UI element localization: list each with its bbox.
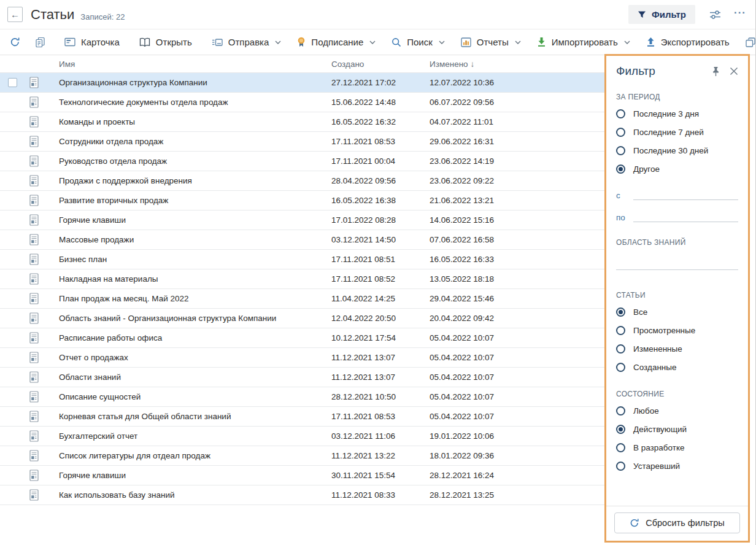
filter-radio-option[interactable]: Любое xyxy=(616,401,738,420)
search-button[interactable]: Поиск xyxy=(384,29,453,55)
sort-desc-icon: ↓ xyxy=(471,60,475,69)
row-modified: 21.06.2022 13:21 xyxy=(430,196,604,205)
export-button[interactable]: Экспортировать xyxy=(638,29,738,55)
period-radio-group: Последние 3 дняПоследние 7 днейПоследние… xyxy=(616,104,738,178)
row-modified: 29.06.2022 16:31 xyxy=(430,137,604,146)
row-name: Накладная на материалы xyxy=(44,274,331,284)
radio-icon[interactable] xyxy=(616,164,625,174)
signing-ribbon-icon xyxy=(297,37,306,47)
radio-icon[interactable] xyxy=(616,326,625,335)
date-to-input[interactable] xyxy=(633,209,738,222)
filter-radio-option[interactable]: Действующий xyxy=(616,420,738,438)
filter-radio-option[interactable]: Все xyxy=(616,303,738,321)
row-created: 16.05.2022 16:32 xyxy=(331,117,430,126)
signing-button[interactable]: Подписание xyxy=(289,29,384,55)
page-title: Статьи xyxy=(31,7,74,23)
table-row[interactable]: Накладная на материалы 17.11.2021 08:52 … xyxy=(0,269,604,289)
view-settings-icon[interactable] xyxy=(709,9,722,21)
filter-radio-option[interactable]: Устаревший xyxy=(616,457,738,475)
filter-radio-option[interactable]: Созданные xyxy=(616,358,738,376)
chevron-down-icon xyxy=(275,41,281,44)
row-name: Горячие клавиши xyxy=(44,471,331,480)
table-row[interactable]: Описание сущностей 28.12.2021 10:50 05.0… xyxy=(0,387,604,407)
table-row[interactable]: Бухгалтерский отчет 03.12.2021 11:06 19.… xyxy=(0,427,604,446)
row-name: Отчет о продажах xyxy=(44,353,331,362)
import-button[interactable]: Импортировать xyxy=(529,29,638,55)
radio-icon[interactable] xyxy=(616,443,625,452)
table-row[interactable]: Корневая статья для Общей области знаний… xyxy=(0,407,604,427)
row-name: Бухгалтерский отчет xyxy=(44,431,331,441)
radio-icon[interactable] xyxy=(616,363,625,372)
card-button-label: Карточка xyxy=(81,37,120,47)
table-row[interactable]: Область знаний - Организационная структу… xyxy=(0,309,604,328)
table-row[interactable]: Технологические документы отдела продаж … xyxy=(0,93,604,112)
radio-icon[interactable] xyxy=(616,344,625,354)
table-row[interactable]: Массовые продажи 03.12.2021 14:50 07.06.… xyxy=(0,230,604,250)
filter-radio-option[interactable]: Просмотренные xyxy=(616,321,738,339)
reports-button[interactable]: Отчеты xyxy=(453,29,529,55)
radio-option-label: Последние 7 дней xyxy=(633,128,704,137)
close-icon[interactable] xyxy=(730,67,738,75)
table-row[interactable]: Продажи с поддержкой внедрения 28.04.202… xyxy=(0,171,604,191)
table-row[interactable]: Области знаний 11.12.2021 13:07 05.04.20… xyxy=(0,368,604,387)
table-row[interactable]: Руководство отдела продаж 17.11.2021 00:… xyxy=(0,152,604,171)
send-button[interactable]: Отправка xyxy=(204,29,290,55)
create-copy-button[interactable]: Создать копию xyxy=(738,29,756,55)
column-header-created[interactable]: Создано xyxy=(331,60,430,69)
document-icon xyxy=(29,470,39,481)
send-button-label: Отправка xyxy=(228,37,269,47)
column-header-modified[interactable]: Изменено↓ xyxy=(430,60,604,69)
radio-icon[interactable] xyxy=(616,109,625,118)
table-row[interactable]: Отчет о продажах 11.12.2021 13:07 05.04.… xyxy=(0,348,604,368)
radio-option-label: Просмотренные xyxy=(633,326,695,335)
radio-icon[interactable] xyxy=(616,307,625,317)
table-row[interactable]: Команды и проекты 16.05.2022 16:32 04.07… xyxy=(0,112,604,132)
radio-icon[interactable] xyxy=(616,462,625,471)
app-header: ← Статьи Записей: 22 Фильтр ··· xyxy=(0,0,756,29)
filter-button-label: Фильтр xyxy=(652,9,686,20)
pin-icon[interactable] xyxy=(711,66,720,77)
table-row[interactable]: Бизнес план 17.11.2021 08:51 16.05.2022 … xyxy=(0,250,604,269)
table-body: Организационная структура Компании 27.12… xyxy=(0,73,604,505)
document-icon xyxy=(29,96,39,108)
date-from-input[interactable] xyxy=(633,187,738,200)
filter-button[interactable]: Фильтр xyxy=(628,5,695,24)
copy-button[interactable] xyxy=(28,29,53,55)
column-header-name[interactable]: Имя xyxy=(44,60,331,69)
radio-icon[interactable] xyxy=(616,406,625,416)
radio-icon[interactable] xyxy=(616,425,625,434)
filter-radio-option[interactable]: Последние 30 дней xyxy=(616,141,738,160)
state-section-label: СОСТОЯНИЕ xyxy=(616,390,738,398)
reset-filters-button[interactable]: Сбросить фильтры xyxy=(614,512,740,533)
filter-radio-option[interactable]: Другое xyxy=(616,160,738,178)
table-row[interactable]: Список литературы для отдеал продаж 11.1… xyxy=(0,446,604,466)
radio-option-label: Другое xyxy=(633,164,660,174)
table-row[interactable]: Как использовать базу знаний 11.12.2021 … xyxy=(0,485,604,505)
more-menu-icon[interactable]: ··· xyxy=(734,7,746,21)
filter-radio-option[interactable]: Измененные xyxy=(616,339,738,358)
back-button[interactable]: ← xyxy=(7,7,23,22)
table-row[interactable]: Расписание работы офиса 10.12.2021 17:54… xyxy=(0,328,604,348)
filter-radio-option[interactable]: Последние 7 дней xyxy=(616,123,738,141)
card-button[interactable]: Карточка xyxy=(56,29,128,55)
import-button-label: Импортировать xyxy=(552,37,618,47)
radio-icon[interactable] xyxy=(616,146,625,155)
table-row[interactable]: Сотрудники отдела продаж 17.11.2021 08:5… xyxy=(0,132,604,152)
row-checkbox[interactable] xyxy=(8,78,17,87)
table-row[interactable]: Горячие клавиши 17.01.2022 08:28 14.06.2… xyxy=(0,211,604,230)
radio-icon[interactable] xyxy=(616,128,625,137)
knowledge-area-input[interactable] xyxy=(616,250,738,270)
open-button[interactable]: Открыть xyxy=(131,29,200,55)
row-modified: 05.04.2022 10:07 xyxy=(430,333,604,342)
filter-radio-option[interactable]: В разработке xyxy=(616,438,738,457)
refresh-button[interactable] xyxy=(2,29,28,55)
filter-radio-option[interactable]: Последние 3 дня xyxy=(616,104,738,123)
table-row[interactable]: Развитие вторичных продаж 16.05.2022 16:… xyxy=(0,191,604,211)
table-row[interactable]: План продаж на месяц. Май 2022 11.04.202… xyxy=(0,289,604,309)
table-row[interactable]: Горячие клавиши 30.11.2021 15:54 28.12.2… xyxy=(0,466,604,485)
table-row[interactable]: Организационная структура Компании 27.12… xyxy=(0,73,604,93)
row-name: Горячие клавиши xyxy=(44,215,331,225)
chevron-down-icon xyxy=(515,41,521,44)
signing-button-label: Подписание xyxy=(311,37,363,47)
refresh-icon xyxy=(10,37,20,47)
